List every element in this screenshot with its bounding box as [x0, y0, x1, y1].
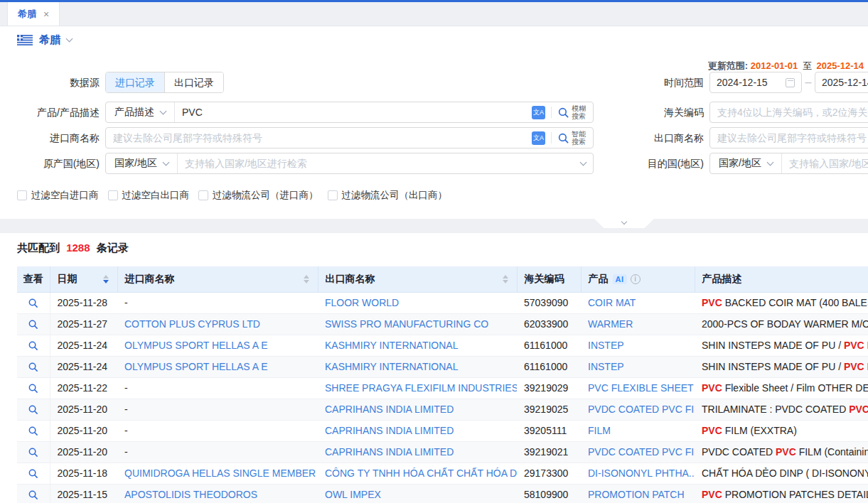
sort-caret-date[interactable]: [103, 275, 109, 283]
cell-importer[interactable]: APOSTOLIDIS THEODOROS: [124, 489, 257, 500]
search-icon: [557, 107, 569, 119]
cell-product[interactable]: PVDC COATED PVC FIL...: [588, 404, 695, 415]
dest-country-input[interactable]: [782, 153, 868, 173]
cell-product[interactable]: PROMOTION PATCH: [588, 489, 685, 500]
product-field-select[interactable]: 产品描述: [106, 102, 175, 122]
origin-country-select[interactable]: 国家/地区: [106, 153, 178, 173]
cell-importer[interactable]: COTTON PLUS CYPRUS LTD: [124, 318, 260, 330]
cell-exporter[interactable]: SWISS PRO MANUFACTURING CO: [325, 318, 488, 330]
cell-exporter[interactable]: OWL IMPEX: [325, 489, 381, 500]
cell-desc: PVC FILM (EXXTRA): [695, 420, 868, 441]
col-importer[interactable]: 进口商名称: [117, 266, 318, 292]
cell-product[interactable]: INSTEP: [588, 361, 624, 372]
table-row: 2025-11-15 APOSTOLIDIS THEODOROS OWL IMP…: [17, 484, 868, 503]
exporter-label: 出口商名称: [633, 127, 704, 148]
cell-desc: PVC BACKED COIR MAT (400 BALES)...: [695, 292, 868, 313]
cell-importer: -: [124, 297, 128, 308]
translate-icon[interactable]: 文A: [532, 106, 545, 119]
collapse-panel-toggle[interactable]: [594, 219, 654, 228]
cell-desc: TRILAMINATE : PVDC COATED PVC F...: [695, 399, 868, 420]
cell-product[interactable]: WARMER: [588, 318, 633, 330]
sort-caret-exporter[interactable]: [503, 275, 508, 283]
info-icon[interactable]: i: [631, 274, 641, 284]
divider: [551, 107, 552, 118]
cell-product[interactable]: DI-ISONONYL PHTHA...: [588, 467, 695, 479]
checkbox-icon[interactable]: [198, 190, 208, 200]
table-row: 2025-11-24 OLYMPUS SPORT HELLAS A E KASH…: [17, 356, 868, 377]
view-record-icon[interactable]: [28, 426, 38, 436]
view-record-icon[interactable]: [28, 362, 38, 372]
cell-exporter[interactable]: CÔNG TY TNHH HÓA CHẤT CHẤT HÓA DẺ...: [325, 467, 517, 479]
chevron-down-icon[interactable]: [66, 36, 73, 43]
cell-hs: 58109900: [517, 484, 581, 503]
cell-exporter[interactable]: CAPRIHANS INDIA LIMITED: [325, 404, 454, 415]
update-range-label: 更新范围:: [708, 60, 748, 71]
cell-exporter[interactable]: KASHMIRY INTERNATIONAL: [325, 340, 458, 351]
table-row: 2025-11-27 COTTON PLUS CYPRUS LTD SWISS …: [17, 313, 868, 335]
cell-importer[interactable]: QUIMIDROGA HELLAS SINGLE MEMBER PC: [124, 467, 318, 479]
fuzzy-search-button[interactable]: 模糊 搜索: [557, 104, 586, 120]
view-record-icon[interactable]: [28, 319, 38, 330]
cell-date: 2025-11-28: [50, 292, 117, 313]
cell-exporter[interactable]: CAPRIHANS INDIA LIMITED: [325, 446, 454, 458]
summary-prefix: 共匹配到: [17, 242, 60, 254]
view-record-icon[interactable]: [28, 383, 38, 394]
view-record-icon[interactable]: [28, 468, 38, 479]
close-icon[interactable]: ×: [43, 9, 49, 19]
country-header[interactable]: 希腊: [17, 33, 72, 47]
checkbox-icon[interactable]: [108, 190, 118, 200]
cell-product[interactable]: COIR MAT: [588, 297, 636, 308]
smart-search-button[interactable]: 智能 搜索: [557, 130, 586, 146]
cell-product[interactable]: PVC FLEXIBLE SHEET F...: [588, 382, 695, 394]
exporter-input[interactable]: [710, 128, 868, 148]
view-record-icon[interactable]: [28, 298, 38, 308]
date-end-input[interactable]: 2025-12-14: [815, 72, 868, 93]
translate-icon[interactable]: 文A: [532, 131, 545, 145]
chevron-down-icon: [621, 219, 627, 225]
cell-importer[interactable]: OLYMPUS SPORT HELLAS A E: [124, 361, 268, 372]
export-records-tab[interactable]: 出口记录: [164, 72, 223, 92]
cell-desc: 2000-PCS OF BODAY WARMER M/O ...: [695, 313, 868, 335]
cell-exporter[interactable]: CAPRIHANS INDIA LIMITED: [325, 425, 454, 436]
sort-caret-importer[interactable]: [304, 275, 309, 283]
importer-input-suffix: 文A 智能 搜索: [532, 130, 593, 146]
date-end-value: 2025-12-14: [822, 77, 868, 88]
checkbox-icon[interactable]: [328, 190, 338, 200]
importer-input[interactable]: [106, 128, 532, 148]
origin-country-input[interactable]: [178, 153, 581, 173]
checkbox-filter-blank-exporter[interactable]: 过滤空白出口商: [108, 189, 190, 202]
divider: [551, 132, 552, 144]
results-count: 1288: [66, 242, 90, 254]
date-start-input[interactable]: 2024-12-15: [709, 72, 802, 93]
cell-hs: 39219029: [517, 377, 581, 399]
import-records-tab[interactable]: 进口记录: [106, 72, 164, 92]
hs-code-input[interactable]: [710, 102, 868, 122]
cell-importer[interactable]: OLYMPUS SPORT HELLAS A E: [124, 340, 268, 351]
view-record-icon[interactable]: [28, 340, 38, 351]
view-record-icon[interactable]: [28, 490, 38, 500]
cell-product[interactable]: INSTEP: [588, 340, 624, 351]
cell-product[interactable]: PVDC COATED PVC FIL...: [588, 446, 695, 458]
col-exporter[interactable]: 出口商名称: [318, 266, 517, 292]
cell-exporter[interactable]: KASHMIRY INTERNATIONAL: [325, 361, 458, 372]
table-row: 2025-11-20 - CAPRIHANS INDIA LIMITED 392…: [17, 420, 868, 441]
update-range-start: 2012-01-01: [751, 60, 798, 71]
dest-country-label: 目的国(地区): [633, 153, 704, 174]
tab-greece[interactable]: 希腊 ×: [7, 2, 60, 26]
cell-desc: SHIN INSTEPS MADE OF PU / PVC M...: [695, 356, 868, 377]
chevron-down-icon[interactable]: [580, 158, 587, 166]
checkbox-filter-blank-importer[interactable]: 过滤空白进口商: [17, 189, 99, 202]
cell-exporter[interactable]: SHREE PRAGYA FLEXIFILM INDUSTRIES: [325, 382, 517, 394]
cell-hs: 39205111: [517, 420, 581, 441]
view-record-icon[interactable]: [28, 447, 38, 458]
checkbox-filter-logistics-exporter[interactable]: 过滤物流公司（出口商）: [328, 189, 448, 202]
fuzzy-search-label: 模糊 搜索: [572, 104, 586, 120]
checkbox-filter-logistics-importer[interactable]: 过滤物流公司（进口商）: [198, 189, 318, 202]
col-date[interactable]: 日期: [50, 266, 117, 292]
checkbox-icon[interactable]: [17, 190, 27, 200]
cell-exporter[interactable]: FLOOR WORLD: [325, 297, 399, 308]
view-record-icon[interactable]: [28, 404, 38, 415]
product-search-input[interactable]: [175, 102, 532, 122]
cell-product[interactable]: FILM: [588, 425, 611, 436]
dest-country-select[interactable]: 国家/地区: [710, 153, 782, 173]
